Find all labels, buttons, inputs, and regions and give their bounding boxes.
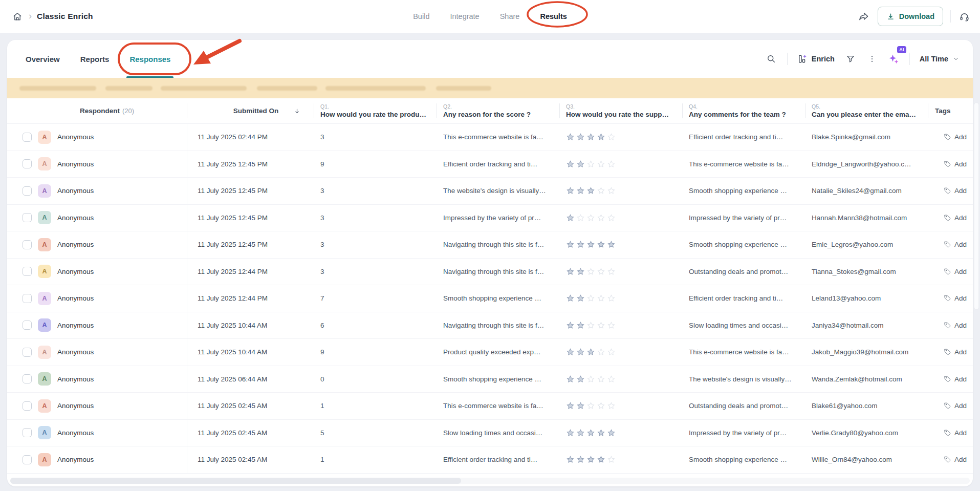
star-filled-icon (597, 455, 605, 464)
row-checkbox[interactable] (23, 428, 32, 437)
tab-overview[interactable]: Overview (26, 40, 60, 78)
q2-answer-cell: Navigating through this site is f… (437, 268, 560, 275)
row-checkbox[interactable] (23, 267, 32, 276)
star-rating (560, 375, 683, 383)
star-rating (560, 267, 683, 276)
tag-icon (944, 241, 951, 248)
q2-answer-cell: Slow loading times and occasi… (437, 429, 560, 437)
add-tag-label: Add (954, 456, 967, 463)
row-checkbox[interactable] (23, 321, 32, 330)
q4-answer-cell: Slow loading times and occasi… (683, 322, 805, 329)
star-filled-icon (576, 375, 585, 383)
search-icon[interactable] (765, 53, 777, 65)
respondent-name: Anonymous (57, 294, 94, 302)
q1-answer-cell: 3 (314, 241, 437, 248)
star-filled-icon (576, 186, 585, 195)
results-tabs: Overview Reports Responses (26, 40, 170, 78)
vertical-scrollbar-thumb[interactable] (974, 102, 979, 310)
nav-item-share[interactable]: Share (500, 12, 520, 20)
add-tag-button[interactable]: Add (944, 402, 967, 410)
row-checkbox[interactable] (23, 133, 32, 142)
star-filled-icon (576, 240, 585, 249)
star-empty-icon (597, 160, 605, 168)
submitted-on-cell: 11 July 2025 10:44 AM (187, 322, 314, 329)
q1-answer-cell: 3 (314, 187, 437, 195)
sort-descending-icon[interactable] (293, 107, 301, 115)
add-tag-label: Add (954, 429, 967, 437)
q1-answer-cell: 3 (314, 268, 437, 275)
add-tag-button[interactable]: Add (944, 294, 967, 302)
share-forward-icon[interactable] (857, 10, 870, 23)
row-checkbox[interactable] (23, 294, 32, 303)
q5-email-cell: Emie_Legros@yahoo.com (805, 241, 928, 248)
home-icon[interactable] (11, 10, 24, 23)
submitted-on-cell: 11 July 2025 12:45 PM (187, 160, 314, 168)
q1-answer-cell: 5 (314, 429, 437, 437)
add-tag-label: Add (954, 160, 967, 168)
row-checkbox[interactable] (23, 186, 32, 196)
ai-assistant-button[interactable]: AI (887, 53, 900, 65)
add-tag-button[interactable]: Add (944, 322, 967, 329)
funnel-icon[interactable] (844, 53, 857, 65)
add-tag-button[interactable]: Add (944, 214, 967, 222)
tag-icon (944, 294, 951, 302)
star-empty-icon (597, 294, 605, 303)
tags-cell: Add (928, 187, 973, 195)
nav-item-build[interactable]: Build (413, 12, 429, 20)
nav-item-results[interactable]: Results (540, 12, 567, 20)
row-checkbox[interactable] (23, 240, 32, 249)
q1-answer-cell: 7 (314, 294, 437, 302)
star-empty-icon (607, 267, 616, 276)
headset-icon[interactable] (958, 10, 971, 23)
add-tag-button[interactable]: Add (944, 160, 967, 168)
tab-responses[interactable]: Responses (129, 40, 170, 78)
table-row: AAnonymous11 July 2025 12:45 PM3The webs… (7, 178, 973, 205)
tag-icon (944, 402, 951, 410)
row-checkbox[interactable] (23, 401, 32, 411)
q2-answer-cell: The website's design is visually… (437, 187, 560, 195)
tag-icon (944, 322, 951, 329)
q5-email-cell: Hannah.Mann38@hotmail.com (805, 214, 928, 222)
q5-email-cell: Willie_Orn84@yahoo.com (805, 456, 928, 463)
row-checkbox[interactable] (23, 159, 32, 168)
submitted-on-column-header: Submitted On (187, 98, 314, 123)
time-filter-dropdown[interactable]: All Time (920, 55, 960, 63)
breadcrumb-chevron-icon: › (29, 11, 32, 22)
star-filled-icon (576, 133, 585, 141)
row-checkbox[interactable] (23, 213, 32, 222)
q5-email-cell: Eldridge_Langworth@yahoo.c… (805, 160, 928, 168)
add-tag-button[interactable]: Add (944, 133, 967, 141)
add-tag-button[interactable]: Add (944, 268, 967, 275)
star-filled-icon (576, 401, 585, 410)
add-tag-button[interactable]: Add (944, 429, 967, 437)
respondent-name: Anonymous (57, 322, 94, 329)
add-tag-button[interactable]: Add (944, 187, 967, 195)
download-button[interactable]: Download (878, 7, 943, 26)
respondent-cell: AAnonymous (19, 205, 187, 231)
submitted-on-cell: 11 July 2025 02:45 AM (187, 456, 314, 463)
row-checkbox[interactable] (23, 348, 32, 357)
add-tag-button[interactable]: Add (944, 348, 967, 356)
enrich-button[interactable]: Enrich (797, 54, 835, 64)
tab-reports[interactable]: Reports (80, 40, 110, 78)
row-checkbox[interactable] (23, 455, 32, 464)
star-empty-icon (586, 214, 595, 222)
horizontal-scrollbar-thumb[interactable] (10, 478, 461, 484)
download-label: Download (899, 12, 934, 20)
divider (909, 53, 910, 65)
q5-email-cell: Verlie.Grady80@yahoo.com (805, 429, 928, 437)
top-bar: › Classic Enrich Build Integrate Share R… (0, 0, 980, 33)
nav-item-integrate[interactable]: Integrate (450, 12, 479, 20)
row-checkbox[interactable] (23, 374, 32, 383)
add-tag-button[interactable]: Add (944, 456, 967, 463)
add-tag-button[interactable]: Add (944, 375, 967, 383)
respondent-cell: AAnonymous (19, 231, 187, 258)
add-tag-button[interactable]: Add (944, 241, 967, 248)
table-body: AAnonymous11 July 2025 02:44 PM3This e-c… (7, 124, 973, 474)
star-rating (560, 348, 683, 356)
avatar: A (38, 453, 51, 466)
q2-answer-cell: Smooth shopping experience … (437, 375, 560, 383)
star-empty-icon (586, 294, 595, 303)
kebab-menu-icon[interactable] (866, 53, 878, 65)
star-empty-icon (586, 321, 595, 330)
